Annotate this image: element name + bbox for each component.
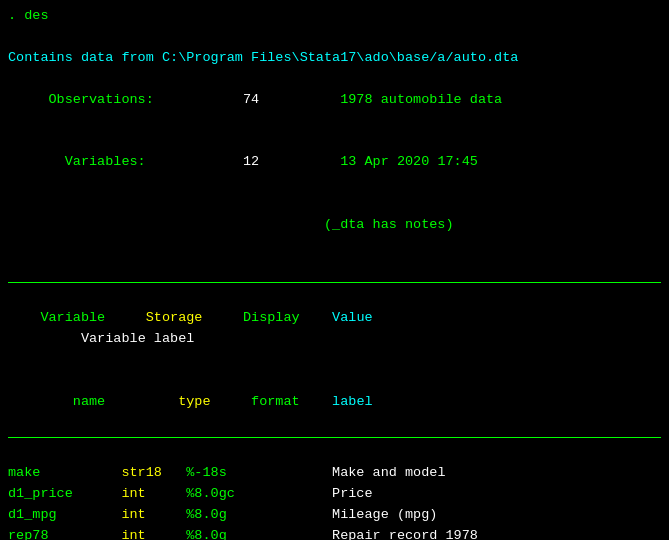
var-type: int: [121, 528, 178, 540]
var-vallabel: [259, 486, 324, 501]
var-vallabel: [259, 507, 324, 522]
var-vallabel: [259, 528, 324, 540]
header-label: label: [300, 394, 373, 409]
command-line: . des: [8, 6, 661, 27]
header-variable: Variable: [40, 310, 105, 325]
var-format: %8.0g: [178, 528, 259, 540]
variables-line: Variables: 12 13 Apr 2020 17:45: [8, 132, 661, 195]
var-type: int: [121, 507, 178, 522]
table-row: rep78 int %8.0g Repair record 1978: [8, 526, 661, 540]
header-display: Display: [202, 310, 299, 325]
blank-line-1: [8, 27, 661, 48]
observations-count: 74: [154, 92, 259, 107]
observations-desc: 1978 automobile data: [259, 92, 502, 107]
header-type: type: [105, 394, 210, 409]
header-divider-bottom: [8, 437, 661, 438]
variables-date: 13 Apr 2020 17:45: [259, 154, 478, 169]
blank-line-2: [8, 257, 661, 278]
contains-line: Contains data from C:\Program Files\Stat…: [8, 48, 661, 69]
header-varlabel-top: Variable label: [40, 331, 194, 346]
var-varlabel: Repair record 1978: [324, 528, 478, 540]
var-format: %8.0gc: [178, 486, 259, 501]
table-row: make str18 %-18s Make and model: [8, 463, 661, 484]
observations-label: Observations:: [40, 92, 153, 107]
var-varlabel: Make and model: [324, 465, 446, 480]
var-vallabel: [259, 465, 324, 480]
table-row: d1_mpg int %8.0g Mileage (mpg): [8, 505, 661, 526]
header-storage: Storage: [105, 310, 202, 325]
variable-rows: make str18 %-18s Make and modeld1_price …: [8, 463, 661, 540]
var-name: rep78: [8, 528, 121, 540]
observations-line: Observations: 74 1978 automobile data: [8, 69, 661, 132]
var-name: d1_mpg: [8, 507, 121, 522]
var-format: %8.0g: [178, 507, 259, 522]
terminal-output: . des Contains data from C:\Program File…: [8, 6, 661, 540]
blank-line-3: [8, 442, 661, 463]
header-divider-top: [8, 282, 661, 283]
table-row: d1_price int %8.0gc Price: [8, 484, 661, 505]
var-name: d1_price: [8, 486, 121, 501]
var-format: %-18s: [178, 465, 259, 480]
column-headers-1: Variable Storage Display Value Variable …: [8, 287, 661, 371]
header-name: name: [40, 394, 105, 409]
variables-label: Variables:: [40, 154, 145, 169]
header-format: format: [211, 394, 300, 409]
dta-note-line: (_dta has notes): [8, 194, 661, 257]
column-headers-2: name type format label: [8, 371, 661, 434]
var-name: make: [8, 465, 121, 480]
var-varlabel: Mileage (mpg): [324, 507, 437, 522]
var-type: str18: [121, 465, 178, 480]
var-varlabel: Price: [324, 486, 373, 501]
header-value: Value: [300, 310, 373, 325]
variables-count: 12: [146, 154, 259, 169]
var-type: int: [121, 486, 178, 501]
